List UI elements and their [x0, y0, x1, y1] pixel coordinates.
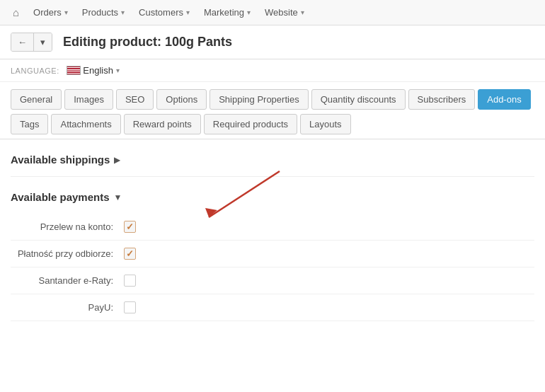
content-area: Available shippings ▶ Available payments…	[0, 139, 545, 335]
nav-website[interactable]: Website ▾	[258, 0, 311, 25]
payment-payu-label: PayU:	[11, 302, 124, 313]
tab-seo[interactable]: SEO	[116, 89, 154, 110]
payment-przelew-label: Przelew na konto:	[11, 221, 124, 232]
tab-options[interactable]: Options	[156, 89, 207, 110]
payment-platnosc-label: Płatność przy odbiorze:	[11, 248, 124, 259]
tab-quantity[interactable]: Quantity discounts	[311, 89, 406, 110]
flag-icon	[67, 66, 81, 75]
payment-przelew-checkbox[interactable]	[124, 221, 136, 233]
shippings-arrow-icon: ▶	[114, 155, 120, 165]
page-title: Editing product: 100g Pants	[63, 35, 232, 50]
back-btn-group: ← ▾	[11, 33, 52, 52]
nav-marketing[interactable]: Marketing ▾	[197, 0, 258, 25]
tab-subscribers[interactable]: Subscribers	[408, 89, 476, 110]
back-button[interactable]: ←	[11, 33, 34, 51]
back-dropdown-button[interactable]: ▾	[34, 33, 52, 51]
payment-payu-row: PayU:	[11, 294, 534, 321]
payment-santander-label: Santander e-Raty:	[11, 275, 124, 286]
available-shippings-title: Available shippings	[11, 154, 110, 166]
payment-payu-control	[124, 301, 136, 313]
tab-layouts[interactable]: Layouts	[300, 114, 351, 134]
page-header: ← ▾ Editing product: 100g Pants	[0, 25, 545, 59]
payment-payu-checkbox[interactable]	[124, 301, 136, 313]
nav-customers[interactable]: Customers ▾	[132, 0, 197, 25]
tab-addons[interactable]: Add-ons	[478, 89, 530, 110]
orders-arrow-icon: ▾	[64, 8, 68, 16]
top-navigation: ⌂ Orders ▾ Products ▾ Customers ▾ Market…	[0, 0, 545, 25]
payment-santander-control	[124, 275, 136, 287]
tab-tags[interactable]: Tags	[11, 114, 48, 134]
payments-arrow-icon: ▼	[114, 192, 122, 202]
nav-orders[interactable]: Orders ▾	[26, 0, 75, 25]
language-selector[interactable]: English ▾	[67, 65, 120, 76]
payment-przelew-control	[124, 221, 136, 233]
marketing-arrow-icon: ▾	[247, 8, 251, 16]
available-payments-title: Available payments	[11, 191, 110, 203]
payment-platnosc-row: Płatność przy odbiorze:	[11, 241, 534, 267]
home-icon[interactable]: ⌂	[6, 6, 26, 18]
language-label: LANGUAGE:	[11, 67, 59, 75]
nav-products[interactable]: Products ▾	[75, 0, 132, 25]
available-shippings-section[interactable]: Available shippings ▶	[11, 154, 534, 166]
language-name: English	[83, 65, 113, 76]
tab-attachments[interactable]: Attachments	[51, 114, 120, 134]
products-arrow-icon: ▾	[121, 8, 125, 16]
payment-santander-checkbox[interactable]	[124, 275, 136, 287]
tabs-section: General Images SEO Options Shipping Prop…	[0, 82, 545, 139]
payment-przelew-row: Przelew na konto:	[11, 214, 534, 241]
website-arrow-icon: ▾	[301, 8, 304, 16]
tabs-row-1: General Images SEO Options Shipping Prop…	[11, 89, 534, 110]
payment-platnosc-checkbox[interactable]	[124, 248, 136, 260]
tab-required-products[interactable]: Required products	[204, 114, 297, 134]
available-payments-section[interactable]: Available payments ▼	[11, 191, 534, 203]
tab-reward-points[interactable]: Reward points	[124, 114, 201, 134]
language-bar: LANGUAGE: English ▾	[0, 59, 545, 82]
payment-santander-row: Santander e-Raty:	[11, 267, 534, 294]
payment-platnosc-control	[124, 248, 136, 260]
section-divider-1	[11, 176, 534, 177]
tab-general[interactable]: General	[11, 89, 62, 110]
tabs-row-2: Tags Attachments Reward points Required …	[11, 114, 534, 134]
tab-images[interactable]: Images	[64, 89, 113, 110]
language-caret-icon: ▾	[116, 67, 120, 74]
customers-arrow-icon: ▾	[186, 8, 190, 16]
tab-shipping[interactable]: Shipping Properties	[210, 89, 308, 110]
